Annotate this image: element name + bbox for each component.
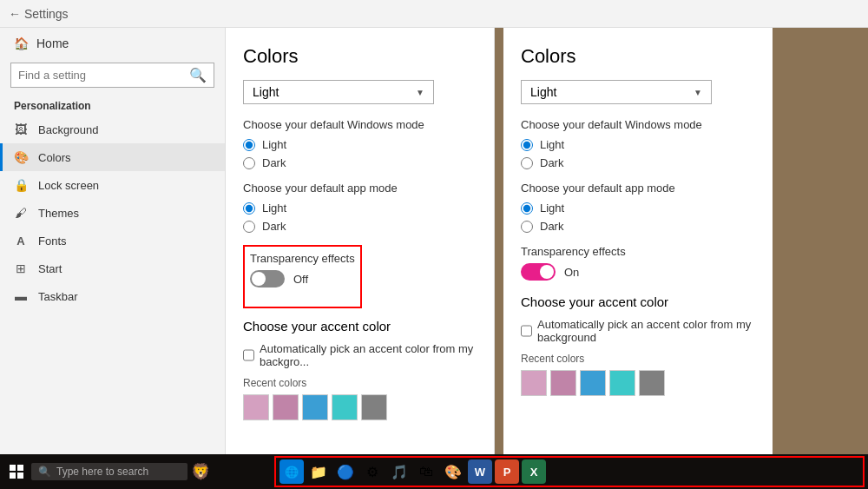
left-accent-section: Choose your accent color Automatically p… [243,319,477,420]
right-windows-light-label: Light [540,138,564,151]
taskbar-right-apps: 🌐 📁 🔵 ⚙ 🎵 🛍 🎨 W P X [274,456,865,487]
right-swatch-1[interactable] [521,370,547,396]
right-dropdown-arrow-icon: ▼ [694,88,702,97]
left-dropdown-select[interactable]: Light [253,85,416,99]
left-app-dark-radio[interactable] [243,221,255,233]
taskbar-app-folder[interactable]: 📁 [306,459,331,484]
left-accent-checkbox-row[interactable]: Automatically pick an accent color from … [243,342,477,368]
right-transparency-section: Transparency effects On [521,245,755,281]
taskbar-icon: ▬ [14,289,28,303]
left-windows-dark-label: Dark [262,156,286,169]
left-swatch-3[interactable] [302,394,328,420]
left-swatch-1[interactable] [243,394,269,420]
taskbar-app-word[interactable]: W [468,459,492,484]
right-app-light[interactable]: Light [521,202,755,215]
search-input[interactable] [18,69,186,82]
taskbar-search-label: Type here to search [56,466,148,478]
lock-icon: 🔒 [14,178,28,192]
right-windows-mode-group: Light Dark [521,138,755,169]
left-transparency-toggle[interactable] [250,270,285,287]
left-transparency-label: Transparency effects [250,252,355,265]
colors-icon: 🎨 [14,150,28,164]
taskbar-app-settings[interactable]: ⚙ [360,459,385,484]
main-layout: 🏠 Home 🔍 Personalization 🖼 Background 🎨 … [0,28,868,454]
background-icon: 🖼 [14,122,28,136]
right-app-light-label: Light [540,202,564,215]
left-accent-title: Choose your accent color [243,319,477,334]
left-windows-light[interactable]: Light [243,138,477,151]
right-color-swatches [521,370,755,396]
right-windows-mode-label: Choose your default Windows mode [521,118,755,131]
left-windows-dark-radio[interactable] [243,157,255,169]
left-dropdown[interactable]: Light ▼ [243,80,434,104]
sidebar-item-fonts[interactable]: A Fonts [0,227,225,254]
taskbar-app-excel[interactable]: X [522,459,546,484]
right-toggle-row: On [521,263,755,281]
left-windows-mode-label: Choose your default Windows mode [243,118,477,131]
sidebar-item-taskbar[interactable]: ▬ Taskbar [0,282,225,310]
left-swatch-4[interactable] [332,394,358,420]
taskbar-app-edge[interactable]: 🌐 [279,459,304,484]
left-windows-dark[interactable]: Dark [243,156,477,169]
sidebar-item-start[interactable]: ⊞ Start [0,254,225,282]
sidebar-item-label: Fonts [38,235,67,248]
left-color-swatches [243,394,477,420]
left-accent-checkbox[interactable] [243,349,254,361]
right-transparency-toggle[interactable] [521,263,556,281]
right-swatch-5[interactable] [639,370,665,396]
sidebar-search-box[interactable]: 🔍 [10,63,214,88]
left-app-dark-label: Dark [262,220,286,233]
back-button[interactable]: ← Settings [9,7,69,21]
content-area: Colors Light ▼ Choose your default Windo… [226,28,868,454]
left-windows-light-radio[interactable] [243,139,255,151]
right-accent-checkbox-row[interactable]: Automatically pick an accent color from … [521,318,755,344]
right-dropdown-select[interactable]: Light [530,85,694,99]
right-swatch-3[interactable] [580,370,606,396]
transparency-highlight-box: Transparency effects Off [243,245,362,308]
taskbar-file-icon[interactable]: 🦁 [189,460,212,483]
sidebar-home-button[interactable]: 🏠 Home [0,28,225,59]
svg-rect-0 [10,465,16,471]
sidebar-item-themes[interactable]: 🖌 Themes [0,199,225,227]
left-app-light-label: Light [262,202,286,215]
taskbar-app-store[interactable]: 🛍 [414,459,438,484]
left-swatch-5[interactable] [361,394,387,420]
right-windows-dark-radio[interactable] [521,157,533,169]
right-accent-title: Choose your accent color [521,294,755,309]
taskbar-app-paint[interactable]: 🎨 [441,459,465,484]
taskbar-app-media[interactable]: 🎵 [387,459,411,484]
left-app-light-radio[interactable] [243,202,255,215]
sidebar-item-colors[interactable]: 🎨 Colors [0,143,225,171]
themes-icon: 🖌 [14,206,28,220]
sidebar-item-lockscreen[interactable]: 🔒 Lock screen [0,171,225,199]
right-windows-light-radio[interactable] [521,139,533,151]
left-swatch-2[interactable] [273,394,299,420]
left-panel-title: Colors [243,45,477,68]
taskbar-left: 🔍 Type here to search 🦁 [3,459,273,485]
right-app-dark[interactable]: Dark [521,220,755,233]
taskbar-search-box[interactable]: 🔍 Type here to search [31,463,187,480]
right-accent-section: Choose your accent color Automatically p… [521,294,755,396]
right-dropdown[interactable]: Light ▼ [521,80,712,104]
taskbar-app-powerpoint[interactable]: P [495,459,519,484]
right-windows-light[interactable]: Light [521,138,755,151]
right-swatch-2[interactable] [550,370,576,396]
left-app-dark[interactable]: Dark [243,220,477,233]
right-swatch-4[interactable] [609,370,635,396]
taskbar-app-chrome[interactable]: 🔵 [333,459,358,484]
left-app-mode-label: Choose your default app mode [243,182,477,195]
left-toggle-text: Off [293,273,308,286]
right-app-light-radio[interactable] [521,202,533,215]
right-windows-dark[interactable]: Dark [521,156,755,169]
start-button[interactable] [3,459,30,485]
left-accent-checkbox-label: Automatically pick an accent color from … [260,342,477,368]
left-app-light[interactable]: Light [243,202,477,215]
left-settings-panel: Colors Light ▼ Choose your default Windo… [226,28,495,454]
right-windows-dark-label: Dark [540,156,563,169]
right-accent-checkbox[interactable] [521,325,532,337]
sidebar-item-label: Background [38,123,98,136]
right-app-dark-radio[interactable] [521,221,533,233]
right-panel-title: Colors [521,45,755,68]
sidebar-item-background[interactable]: 🖼 Background [0,116,225,143]
left-windows-light-label: Light [262,138,286,151]
